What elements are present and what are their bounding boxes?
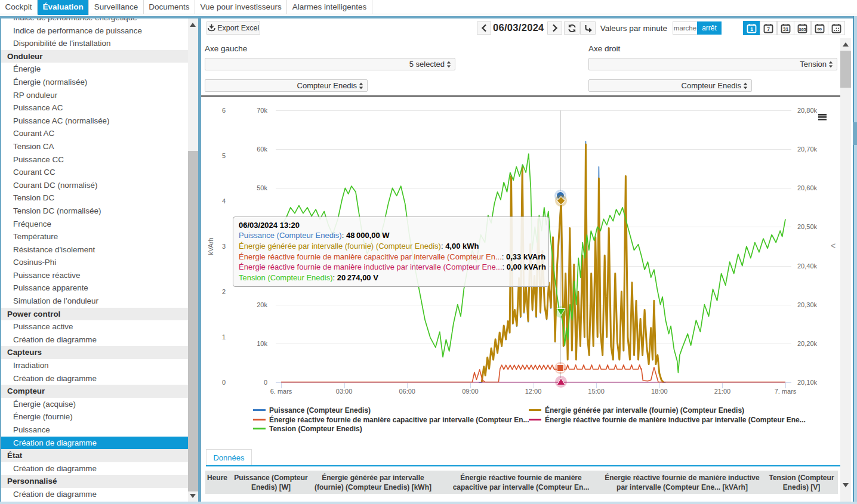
svg-text:1: 1: [750, 26, 753, 32]
svg-text:7: 7: [767, 26, 770, 32]
svg-text:365: 365: [799, 27, 806, 32]
svg-text:31: 31: [783, 26, 789, 32]
svg-text:∞: ∞: [818, 25, 822, 32]
